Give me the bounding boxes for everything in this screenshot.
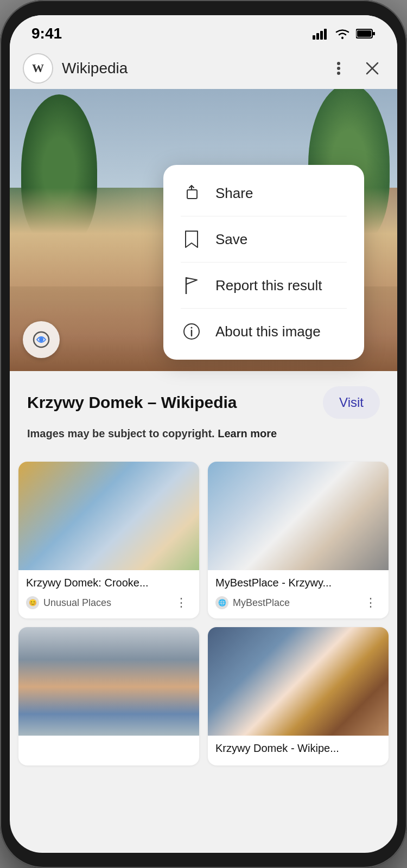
main-image-container: Share Save — [10, 89, 397, 371]
content-area: Krzywy Domek – Wikipedia Visit Images ma… — [10, 371, 397, 462]
source-icon-1: 😊 — [26, 596, 39, 609]
source-icon-2: 🌐 — [215, 596, 228, 609]
grid-info-3 — [18, 736, 199, 753]
grid-source-1: 😊 Unusual Places ⋮ — [26, 593, 192, 612]
grid-image-3 — [18, 627, 199, 736]
status-bar: 9:41 — [10, 15, 397, 48]
grid-info-2: MyBestPlace - Krzywy... 🌐 MyBestPlace ⋮ — [208, 570, 389, 618]
svg-rect-3 — [324, 29, 327, 40]
more-options-button[interactable] — [327, 56, 351, 80]
grid-card-2[interactable]: MyBestPlace - Krzywy... 🌐 MyBestPlace ⋮ — [208, 462, 389, 618]
phone-screen: 9:41 — [10, 15, 397, 853]
svg-point-19 — [191, 327, 193, 329]
result-header: Krzywy Domek – Wikipedia Visit — [27, 386, 380, 419]
google-lens-button[interactable] — [23, 321, 60, 358]
report-menu-item[interactable]: Report this result — [163, 263, 364, 308]
source-name-2: MyBestPlace — [233, 597, 290, 609]
about-label: About this image — [215, 323, 321, 340]
header-bar: W Wikipedia — [10, 48, 397, 89]
grid-card-1[interactable]: Krzywy Domek: Crooke... 😊 Unusual Places… — [18, 462, 199, 618]
svg-rect-2 — [320, 31, 323, 40]
svg-rect-1 — [316, 33, 319, 40]
svg-rect-7 — [373, 32, 375, 35]
phone-frame: 9:41 — [0, 0, 407, 868]
share-menu-item[interactable]: Share — [163, 170, 364, 216]
grid-title-2: MyBestPlace - Krzywy... — [215, 577, 381, 589]
info-icon — [181, 321, 202, 342]
svg-point-4 — [341, 37, 344, 39]
grid-card-4[interactable]: Krzywy Domek - Wikipe... — [208, 627, 389, 765]
svg-rect-6 — [357, 30, 371, 37]
source-name-1: Unusual Places — [43, 597, 111, 609]
header-title: Wikipedia — [62, 60, 318, 77]
image-grid: Krzywy Domek: Crooke... 😊 Unusual Places… — [10, 462, 397, 774]
grid-card-3[interactable] — [18, 627, 199, 765]
grid-image-1 — [18, 462, 199, 570]
bookmark-icon — [181, 228, 202, 250]
status-icons — [313, 28, 376, 40]
dropdown-menu: Share Save — [163, 165, 364, 360]
grid-image-4 — [208, 627, 389, 736]
grid-title-4: Krzywy Domek - Wikipe... — [215, 742, 381, 755]
wiki-logo: W — [23, 53, 53, 84]
header-actions — [327, 56, 384, 80]
svg-rect-0 — [313, 35, 315, 40]
flag-icon — [181, 275, 202, 296]
battery-icon — [356, 28, 376, 39]
status-time: 9:41 — [31, 25, 62, 42]
svg-point-8 — [337, 62, 340, 65]
svg-rect-15 — [187, 190, 197, 199]
grid-source-2: 🌐 MyBestPlace ⋮ — [215, 593, 381, 612]
grid-info-4: Krzywy Domek - Wikipe... — [208, 736, 389, 765]
save-label: Save — [215, 231, 247, 248]
svg-point-9 — [337, 67, 340, 70]
copyright-notice: Images may be subject to copyright. Lear… — [27, 427, 380, 440]
learn-more-link[interactable]: Learn more — [218, 427, 277, 439]
grid-info-1: Krzywy Domek: Crooke... 😊 Unusual Places… — [18, 570, 199, 618]
share-label: Share — [215, 185, 253, 202]
grid-title-1: Krzywy Domek: Crooke... — [26, 577, 192, 589]
report-label: Report this result — [215, 277, 322, 294]
result-title: Krzywy Domek – Wikipedia — [27, 393, 323, 412]
save-menu-item[interactable]: Save — [163, 216, 364, 262]
wifi-icon — [334, 28, 351, 40]
share-icon — [181, 182, 202, 204]
signal-icon — [313, 28, 329, 40]
svg-point-14 — [39, 337, 43, 342]
more-button-2[interactable]: ⋮ — [360, 593, 381, 612]
close-button[interactable] — [360, 56, 384, 80]
svg-point-10 — [337, 72, 340, 75]
grid-image-2 — [208, 462, 389, 570]
about-image-menu-item[interactable]: About this image — [163, 309, 364, 354]
more-button-1[interactable]: ⋮ — [171, 593, 192, 612]
visit-button[interactable]: Visit — [323, 386, 380, 419]
